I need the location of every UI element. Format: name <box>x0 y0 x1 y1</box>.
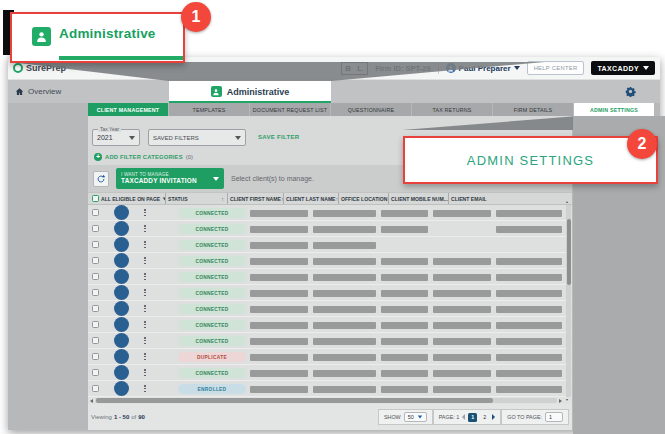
page-number-1[interactable]: 1 <box>468 413 477 422</box>
redacted-data-bar <box>433 290 491 297</box>
kebab-menu-icon[interactable] <box>144 353 146 360</box>
tab-tax-returns[interactable]: TAX RETURNS <box>412 103 493 116</box>
table-row[interactable]: CONNECTED <box>88 333 572 349</box>
tab-admin-settings[interactable]: ADMIN SETTINGS <box>574 103 655 116</box>
help-center-button[interactable]: HELP CENTER <box>527 61 585 75</box>
vertical-scrollbar[interactable]: ▴ ▾ <box>566 205 571 397</box>
table-row[interactable]: CONNECTED <box>88 285 572 301</box>
kebab-menu-icon[interactable] <box>144 385 146 392</box>
table-row[interactable]: CONNECTED <box>88 301 572 317</box>
kebab-menu-icon[interactable] <box>144 241 146 248</box>
row-checkbox[interactable] <box>92 209 99 216</box>
tab-templates[interactable]: TEMPLATES <box>169 103 250 116</box>
select-all-checkbox[interactable] <box>92 195 99 202</box>
nav-item-administrative[interactable]: Administrative <box>169 80 331 103</box>
redacted-data-bar <box>250 354 308 361</box>
redacted-data-bar <box>313 290 376 297</box>
row-checkbox[interactable] <box>92 321 99 328</box>
tab-firm-details[interactable]: FIRM DETAILS <box>493 103 574 116</box>
column-header-client-first-name[interactable]: CLIENT FIRST NAME↑ <box>227 193 283 204</box>
horizontal-scrollbar[interactable] <box>88 397 564 404</box>
next-page-arrow[interactable] <box>492 414 495 420</box>
page-size-select[interactable]: 50 <box>404 412 427 422</box>
column-header-label: CLIENT MOBILE NUM... <box>391 196 448 202</box>
scroll-down-arrow[interactable]: ▾ <box>566 398 568 402</box>
person-icon <box>211 86 222 97</box>
redacted-data-bar <box>496 290 562 297</box>
scroll-up-arrow[interactable]: ▴ <box>566 200 568 204</box>
kebab-menu-icon[interactable] <box>144 369 146 376</box>
page-control: PAGE: 1 12 <box>433 409 502 425</box>
row-checkbox[interactable] <box>92 337 99 344</box>
sort-arrow-icon[interactable]: ↑ <box>221 196 225 202</box>
row-checkbox[interactable] <box>92 273 99 280</box>
row-checkbox[interactable] <box>92 241 99 248</box>
manage-eyebrow: I WANT TO MANAGE <box>121 172 197 178</box>
table-row[interactable]: CONNECTED <box>88 365 572 381</box>
refresh-button[interactable] <box>93 171 109 187</box>
client-avatar <box>114 381 129 396</box>
row-checkbox[interactable] <box>92 353 99 360</box>
nav-item-overview[interactable]: Overview <box>15 80 61 103</box>
saved-filters-select[interactable]: SAVED FILTERS <box>148 129 246 146</box>
status-badge: CONNECTED <box>178 368 246 378</box>
previous-page-arrow[interactable] <box>462 414 465 420</box>
vertical-scrollbar-thumb[interactable] <box>567 219 571 285</box>
tax-year-select[interactable]: Tax Year 2021 <box>92 129 140 146</box>
row-checkbox[interactable] <box>92 225 99 232</box>
taxcaddy-button[interactable]: TAXCADDY <box>591 61 655 75</box>
horizontal-scrollbar-thumb[interactable] <box>96 398 493 403</box>
table-row[interactable]: CONNECTED <box>88 221 572 237</box>
status-badge: CONNECTED <box>178 336 246 346</box>
redacted-data-bar <box>496 354 562 361</box>
kebab-menu-icon[interactable] <box>144 305 146 312</box>
page-label: PAGE: 1 <box>439 414 460 420</box>
kebab-menu-icon[interactable] <box>144 289 146 296</box>
i-want-to-manage-select[interactable]: I WANT TO MANAGE TAXCADDY INVITATION <box>116 168 224 189</box>
column-header-client-mobile-num-[interactable]: CLIENT MOBILE NUM...↑ <box>388 193 448 204</box>
select-all-header[interactable]: ALL ELIGIBLE ON PAGE <box>88 193 165 204</box>
kebab-menu-icon[interactable] <box>144 225 146 232</box>
redacted-data-bar <box>433 386 491 393</box>
table-row[interactable]: ENROLLED <box>88 381 572 397</box>
column-header-client-last-name[interactable]: CLIENT LAST NAME↑ <box>283 193 338 204</box>
viewing-range: 1 - 50 <box>114 414 129 420</box>
kebab-menu-icon[interactable] <box>144 321 146 328</box>
kebab-menu-icon[interactable] <box>144 337 146 344</box>
chevron-down-icon <box>643 66 649 70</box>
kebab-menu-icon[interactable] <box>144 273 146 280</box>
kebab-menu-icon[interactable] <box>144 257 146 264</box>
column-header-client-email[interactable]: CLIENT EMAIL <box>448 193 556 204</box>
table-row[interactable]: DUPLICATE <box>88 349 572 365</box>
redacted-data-bar <box>496 226 562 233</box>
tab-client-management[interactable]: CLIENT MANAGEMENT <box>88 103 169 116</box>
redacted-data-bar <box>313 306 376 313</box>
redacted-data-bar <box>381 370 428 377</box>
add-filter-categories[interactable]: + ADD FILTER CATEGORIES (0) <box>94 153 193 161</box>
column-header-status[interactable]: STATUS↑ <box>165 193 227 204</box>
gear-icon[interactable] <box>625 86 636 97</box>
page-number-2[interactable]: 2 <box>480 413 489 422</box>
row-checkbox[interactable] <box>92 305 99 312</box>
callout2-label: ADMIN SETTINGS <box>467 153 594 168</box>
tab-questionnaire[interactable]: QUESTIONNAIRE <box>331 103 412 116</box>
column-header-office-location[interactable]: OFFICE LOCATION↑ <box>338 193 388 204</box>
goto-page-input[interactable]: 1 <box>545 412 563 422</box>
save-filter-link[interactable]: SAVE FILTER <box>258 134 299 140</box>
row-checkbox[interactable] <box>92 385 99 392</box>
row-checkbox[interactable] <box>92 369 99 376</box>
table-row[interactable]: CONNECTED <box>88 237 572 253</box>
tab-document-request-list[interactable]: DOCUMENT REQUEST LIST <box>250 103 331 116</box>
row-checkbox[interactable] <box>92 289 99 296</box>
table-row[interactable]: CONNECTED <box>88 253 572 269</box>
scroll-right-arrow[interactable] <box>559 399 562 403</box>
horizontal-scrollbar-track[interactable] <box>95 398 557 403</box>
redacted-data-bar <box>433 210 491 217</box>
table-row[interactable]: CONNECTED <box>88 269 572 285</box>
table-row[interactable]: CONNECTED <box>88 317 572 333</box>
scroll-left-arrow[interactable] <box>90 399 93 403</box>
kebab-menu-icon[interactable] <box>144 209 146 216</box>
redacted-data-bar <box>381 338 428 345</box>
row-checkbox[interactable] <box>92 257 99 264</box>
table-row[interactable]: CONNECTED <box>88 205 572 221</box>
